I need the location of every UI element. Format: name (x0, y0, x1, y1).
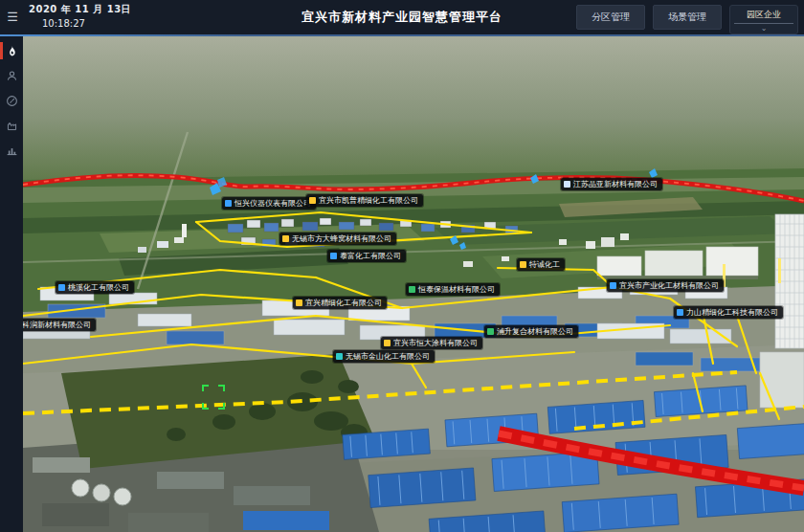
company-marker-icon (487, 328, 494, 335)
sidebar-item-person[interactable] (0, 65, 23, 86)
company-label[interactable]: 特诚化工 (517, 258, 565, 271)
topbar-actions: 分区管理 场景管理 园区企业 ⌄ (576, 5, 798, 34)
company-name: 宜兴市凯普精细化工有限公司 (319, 194, 418, 207)
company-name: 无锡市金山化工有限公司 (346, 350, 430, 363)
menu-icon[interactable]: ☰ (3, 7, 22, 26)
company-label[interactable]: 恒兴仪器仪表有限公司 (222, 197, 316, 210)
company-label[interactable]: 江苏晶亚新材料有限公司 (561, 178, 662, 190)
current-time: 10:18:27 (42, 18, 131, 29)
company-label[interactable]: 无锡市金山化工有限公司 (333, 350, 435, 363)
left-sidebar (0, 34, 23, 532)
company-name: 桃溪化工有限公司 (68, 281, 129, 294)
company-marker-icon (282, 235, 289, 242)
company-name: 泰富化工有限公司 (340, 250, 401, 262)
company-name: 兴市科润新材料有限公司 (23, 319, 91, 331)
company-label[interactable]: 力山精细化工科技有限公司 (674, 306, 783, 319)
scene-management-button[interactable]: 场景管理 (653, 5, 722, 30)
horizon-haze (23, 36, 804, 185)
top-bar: ☰ 2020 年 11 月 13日 10:18:27 宜兴市新材料产业园智慧管理… (0, 0, 804, 34)
company-name: 宜兴市恒大涂料有限公司 (393, 337, 478, 349)
topbar-accent-line (0, 34, 804, 36)
company-label[interactable]: 兴市科润新材料有限公司 (23, 319, 96, 331)
factory-icon (6, 120, 18, 132)
company-marker-icon (409, 286, 415, 293)
app-window: ☰ 2020 年 11 月 13日 10:18:27 宜兴市新材料产业园智慧管理… (0, 0, 804, 532)
company-marker-icon (520, 261, 526, 268)
company-marker-icon (677, 309, 683, 316)
company-name: 力山精细化工科技有限公司 (686, 306, 778, 319)
gauge-icon (6, 95, 18, 107)
company-label[interactable]: 宜兴市产业化工材料有限公司 (607, 279, 724, 292)
person-icon (6, 70, 18, 82)
sidebar-item-fire[interactable] (0, 40, 23, 61)
company-label[interactable]: 宜兴市恒大涂料有限公司 (381, 337, 482, 349)
company-name: 无锡市方大蜂窝材料有限公司 (292, 233, 391, 245)
company-name: 宜兴精细化工有限公司 (305, 297, 382, 309)
company-name: 宜兴市产业化工材料有限公司 (619, 279, 719, 292)
company-marker-icon (296, 299, 302, 306)
company-marker-icon (309, 197, 316, 204)
park-enterprise-dropdown[interactable]: 园区企业 ⌄ (729, 5, 798, 34)
company-label[interactable]: 泰富化工有限公司 (327, 250, 406, 262)
flame-icon (6, 45, 18, 57)
company-name: 恒兴仪器仪表有限公司 (234, 197, 311, 210)
datetime-block: 2020 年 11 月 13日 10:18:27 (29, 3, 131, 29)
company-label[interactable]: 宜兴市凯普精细化工有限公司 (306, 194, 423, 207)
current-date: 2020 年 11 月 13日 (29, 3, 131, 16)
company-name: 恒泰保温材料有限公司 (418, 283, 495, 296)
company-label[interactable]: 桃溪化工有限公司 (56, 281, 134, 294)
company-label[interactable]: 无锡市方大蜂窝材料有限公司 (279, 233, 396, 245)
company-marker-icon (225, 200, 232, 207)
company-name: 浦升复合材料有限公司 (497, 325, 573, 338)
company-label[interactable]: 宜兴精细化工有限公司 (293, 297, 387, 309)
zone-management-button[interactable]: 分区管理 (576, 5, 645, 30)
bar-chart-icon (6, 144, 18, 157)
company-marker-icon (384, 340, 391, 346)
company-name: 江苏晶亚新材料有限公司 (573, 178, 658, 190)
company-name: 特诚化工 (529, 258, 560, 271)
company-label[interactable]: 恒泰保温材料有限公司 (406, 283, 500, 296)
company-label[interactable]: 浦升复合材料有限公司 (484, 325, 578, 338)
company-marker-icon (330, 253, 337, 259)
company-marker-icon (336, 353, 343, 360)
active-indicator (0, 42, 3, 59)
company-marker-icon (564, 181, 570, 188)
map-viewport: 恒兴仪器仪表有限公司 宜兴市凯普精细化工有限公司 无锡市方大蜂窝材料有限公司 泰… (23, 36, 804, 532)
chevron-down-icon: ⌄ (761, 24, 768, 33)
sidebar-item-factory[interactable] (0, 115, 23, 136)
sidebar-item-stats[interactable] (0, 140, 23, 161)
park-enterprise-label: 园区企业 (734, 8, 793, 24)
sidebar-item-gauge[interactable] (0, 90, 23, 111)
company-marker-icon (610, 282, 616, 289)
company-marker-icon (58, 284, 65, 291)
